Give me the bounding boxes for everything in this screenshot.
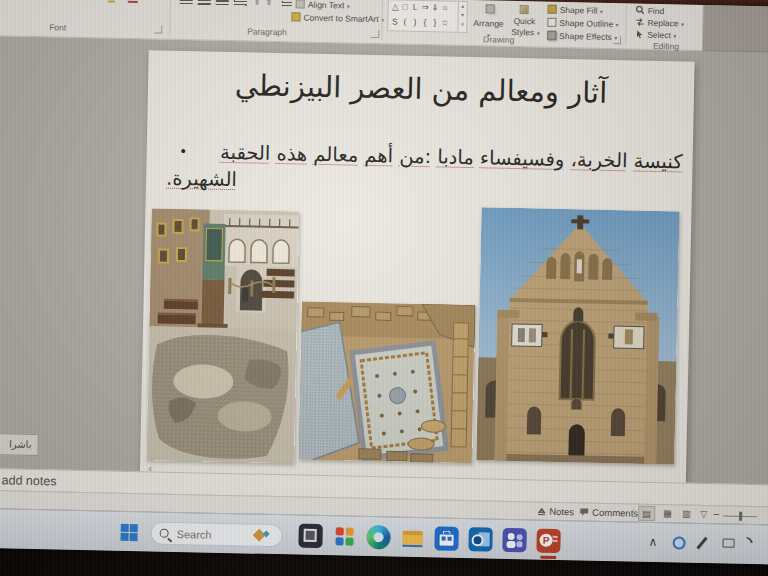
search-icon <box>160 529 169 538</box>
editing-group: Find Replace ▾ Select ▾ Editing <box>0 0 703 5</box>
slideshow-view-button[interactable]: ▽ <box>695 507 712 522</box>
shape-fill-button[interactable]: Shape Fill ▾ <box>548 5 603 16</box>
zoom-out-button[interactable]: − <box>713 508 720 520</box>
powerpoint-icon[interactable]: P <box>536 529 560 553</box>
drawing-group-label: Drawing <box>483 34 514 45</box>
notes-placeholder[interactable]: to add notes <box>0 473 57 488</box>
paragraph-dialog-launcher-icon[interactable] <box>371 30 379 38</box>
arrange-button[interactable]: Arrange <box>473 18 503 29</box>
search-input[interactable] <box>175 526 253 542</box>
shape-effects-button[interactable]: Shape Effects ▾ <box>547 31 617 42</box>
shapes-gallery[interactable]: △□L⇒⇓○ S(){}☆ ▲▼≡ <box>387 0 468 33</box>
quick-styles-button-line2[interactable]: Styles ▾ <box>511 27 540 38</box>
group-separator <box>625 5 627 45</box>
quick-styles-icon <box>520 5 529 14</box>
file-explorer-icon[interactable] <box>400 526 424 550</box>
font-dialog-launcher-icon[interactable] <box>154 25 162 33</box>
font-group: ab S AV Aa▾ A A▾ Font <box>0 0 703 5</box>
font-group-label: Font <box>49 22 66 32</box>
battery-tray-icon[interactable] <box>722 538 734 547</box>
line-spacing-icon[interactable] <box>282 0 292 7</box>
convert-smartart-button[interactable]: Convert to SmartArt ▾ <box>291 12 384 24</box>
copilot-sparkle-icon <box>253 529 266 542</box>
pen-tray-icon[interactable] <box>696 537 707 549</box>
arrange-icon <box>486 4 495 13</box>
task-view-icon[interactable] <box>298 524 322 548</box>
align-center-icon[interactable] <box>198 0 211 6</box>
image-mosaic-floor-excavation[interactable] <box>298 302 475 464</box>
align-left-icon[interactable] <box>180 0 193 5</box>
text-highlight-button[interactable]: A <box>108 0 115 3</box>
teams-icon[interactable] <box>502 528 526 552</box>
slide-canvas[interactable]: آثار ومعالم من العصر البيزنطي • كنيسة ال… <box>140 50 695 485</box>
text-direction-rtl-icon[interactable]: ¶ <box>266 0 272 6</box>
editing-group-label: Editing <box>653 41 679 52</box>
image-church-interior-mosaic-floor[interactable] <box>146 208 299 463</box>
shape-outline-button[interactable]: Shape Outline ▾ <box>547 18 618 29</box>
align-right-icon[interactable] <box>216 0 229 6</box>
paragraph-group-label: Paragraph <box>247 26 287 37</box>
shapes-row-1[interactable]: △□L⇒⇓○ <box>391 1 451 12</box>
drawing-dialog-launcher-icon[interactable] <box>613 36 621 44</box>
bullet-marker: • <box>181 142 187 159</box>
slide-title[interactable]: آثار ومعالم من العصر البيزنطي <box>168 67 675 112</box>
replace-button[interactable]: Replace ▾ <box>635 17 684 28</box>
comments-toggle-button[interactable]: Comments <box>579 506 638 518</box>
start-button[interactable] <box>120 524 137 541</box>
find-button[interactable]: Find <box>636 5 665 16</box>
zoom-slider-handle[interactable] <box>739 512 742 521</box>
align-text-button[interactable]: Align Text ▾ <box>296 0 350 10</box>
shapes-gallery-scroll[interactable]: ▲▼≡ <box>457 2 467 32</box>
paragraph-group: ¶ ¶ Align Text ▾ Convert to SmartArt ▾ P… <box>0 0 703 5</box>
justify-icon[interactable] <box>234 0 247 6</box>
powerpoint-active-indicator <box>540 556 556 559</box>
slide-workspace: آثار ومعالم من العصر البيزنطي • كنيسة ال… <box>0 37 768 485</box>
select-button[interactable]: Select ▾ <box>635 29 676 40</box>
wifi-tray-icon[interactable] <box>738 534 755 551</box>
font-color-button[interactable]: A▾ <box>128 0 138 3</box>
microsoft-store-icon[interactable] <box>434 526 458 550</box>
laptop-screen: ab S AV Aa▾ A A▾ Font ¶ ¶ Align Text ▾ C… <box>0 0 768 565</box>
taskbar-search-box[interactable] <box>150 521 282 547</box>
outlook-icon[interactable] <box>468 527 492 551</box>
group-separator <box>169 0 171 36</box>
slide-bullet-text[interactable]: • كنيسة الخربة، وفسيفساء مادبا :من أهم م… <box>158 139 683 201</box>
desktop-edge-strip <box>703 5 768 53</box>
drawing-group: △□L⇒⇓○ S(){}☆ ▲▼≡ Arrange ▾ Quick Styles… <box>0 0 703 5</box>
hidden-icons-chevron[interactable]: ∧ <box>648 535 657 549</box>
left-edge-tooltip-fragment: باشرا <box>0 433 39 457</box>
text-direction-ltr-icon[interactable]: ¶ <box>254 0 260 6</box>
notes-toggle-button[interactable]: Notes <box>537 506 574 518</box>
quick-styles-button[interactable]: Quick <box>513 16 535 26</box>
shapes-row-2[interactable]: S(){}☆ <box>390 16 450 27</box>
normal-view-button[interactable]: ▤ <box>638 506 655 521</box>
image-stone-church-facade[interactable] <box>476 207 679 464</box>
reading-view-button[interactable]: ▥ <box>678 506 695 521</box>
onedrive-tray-icon[interactable] <box>672 536 685 549</box>
slide-sorter-view-button[interactable]: ▦ <box>659 506 676 521</box>
edge-browser-icon[interactable] <box>366 525 390 549</box>
microsoft-365-icon[interactable] <box>332 524 356 548</box>
